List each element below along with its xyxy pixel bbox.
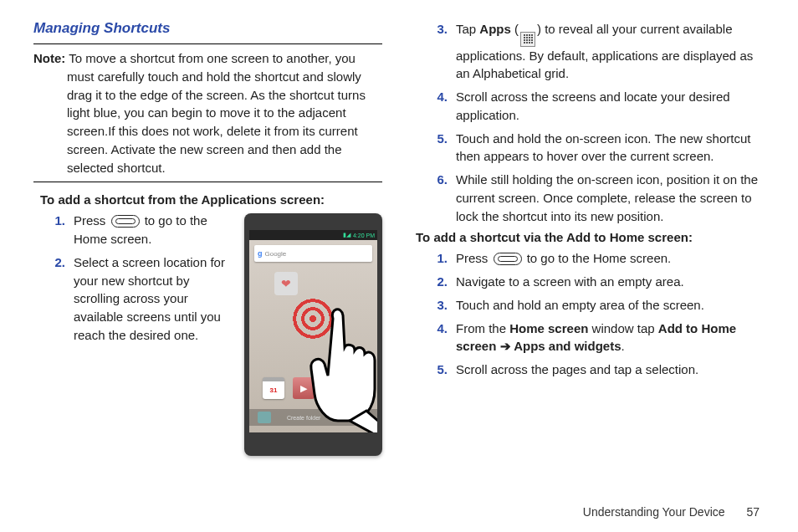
step-num: 1. <box>50 213 74 228</box>
step-b5: Scroll across the pages and tap a select… <box>456 361 765 379</box>
heart-widget-icon: ❤ <box>274 272 298 295</box>
note-label: Note: <box>33 51 65 65</box>
sub-heading-a: To add a shortcut from the Applications … <box>40 192 382 207</box>
phone-illustration: ▮◢ 4:20 PM g Google ❤ 31 ▶ <box>244 213 382 456</box>
step-a1: Press to go to the Home screen. <box>74 212 234 248</box>
step-b2: Navigate to a screen with an empty area. <box>456 273 765 291</box>
apps-grid-icon <box>520 32 535 47</box>
step-b4: From the Home screen window tap Add to H… <box>456 320 765 356</box>
step-num: 3. <box>432 298 456 312</box>
text: Press <box>456 251 492 265</box>
phone-screen: ▮◢ 4:20 PM g Google ❤ 31 ▶ <box>249 230 377 432</box>
page-number: 57 <box>746 505 760 519</box>
step-a4: Scroll across the screens and locate you… <box>456 88 765 125</box>
step-num: 5. <box>432 131 456 146</box>
step-num: 1. <box>432 251 456 265</box>
dock-label-right: Create page <box>337 415 370 421</box>
step-a3: Tap Apps () to reveal all your current a… <box>456 20 765 83</box>
touch-target-icon <box>289 295 336 342</box>
step-num: 2. <box>432 274 456 289</box>
note-text: To move a shortcut from one screen to an… <box>67 51 366 175</box>
dock-label-left: Create folder <box>287 415 320 421</box>
signal-icon: ▮◢ <box>343 232 350 238</box>
step-a5: Touch and hold the on-screen icon. The n… <box>456 130 765 166</box>
sub-heading-b: To add a shortcut via the Add to Home sc… <box>416 230 765 244</box>
page-footer: Understanding Your Device 57 <box>583 505 760 519</box>
text: to go to the Home screen. <box>524 251 672 265</box>
rule-top <box>33 43 382 44</box>
text: Press <box>74 213 110 228</box>
section-heading: Managing Shortcuts <box>33 20 382 37</box>
search-widget: g Google <box>254 245 372 262</box>
note-block: Note: To move a shortcut from one screen… <box>33 49 382 176</box>
step-num: 4. <box>432 90 456 104</box>
phone-dock: Create folder Create page <box>249 409 377 426</box>
folder-icon <box>258 412 271 423</box>
text: Tap <box>456 22 479 36</box>
home-widgets: ❤ 31 ▶ <box>249 267 377 409</box>
steps-a-right: 3. Tap Apps () to reveal all your curren… <box>416 20 765 225</box>
text: window tap <box>588 321 657 335</box>
rule-bottom <box>33 182 382 182</box>
status-bar: ▮◢ 4:20 PM <box>249 230 377 240</box>
text: ( <box>511 22 519 36</box>
step-b3: Touch and hold an empty area of the scre… <box>456 296 765 315</box>
bold-text: Apps and widgets <box>514 339 621 353</box>
step-b1: Press to go to the Home screen. <box>456 249 765 268</box>
home-key-icon <box>494 253 522 265</box>
step-num: 6. <box>432 172 456 187</box>
step-num: 5. <box>432 362 456 376</box>
step-num: 3. <box>432 22 456 36</box>
arrow-icon: ➔ <box>496 339 514 353</box>
search-placeholder: Google <box>265 250 287 258</box>
step-num: 4. <box>432 321 456 335</box>
home-key-icon <box>111 215 140 228</box>
step-a6: While still holding the on-screen icon, … <box>456 171 765 225</box>
video-icon: ▶ <box>293 377 315 399</box>
bold-text: Home screen <box>509 321 588 335</box>
steps-a-left: 1. Press to go to the Home screen. 2. Se… <box>33 212 234 349</box>
text: . <box>622 339 625 353</box>
step-num: 2. <box>50 255 74 269</box>
steps-b: 1. Press to go to the Home screen. 2. Na… <box>416 249 765 379</box>
status-time: 4:20 PM <box>353 233 375 238</box>
calendar-icon: 31 <box>263 377 284 399</box>
text: From the <box>456 321 509 335</box>
google-g-icon: g <box>258 249 263 258</box>
apps-label: Apps <box>479 22 511 36</box>
footer-section: Understanding Your Device <box>583 505 725 519</box>
step-a2: Select a screen location for your new sh… <box>74 253 234 345</box>
